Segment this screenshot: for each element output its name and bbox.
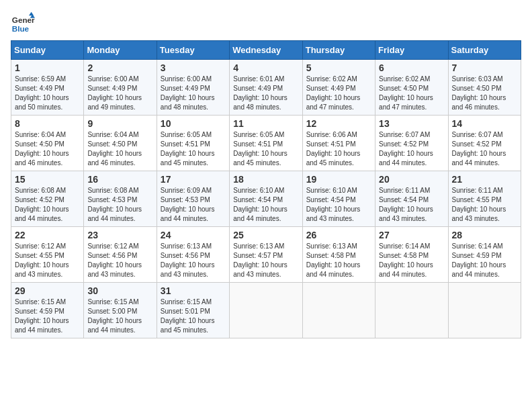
calendar-cell: 20 Sunrise: 6:11 AM Sunset: 4:54 PM Dayl… [375,171,448,227]
day-number: 21 [452,174,517,185]
calendar-cell [375,283,448,338]
day-info: Sunrise: 6:10 AM Sunset: 4:54 PM Dayligh… [233,186,298,224]
day-info: Sunrise: 6:14 AM Sunset: 4:58 PM Dayligh… [379,242,444,279]
day-number: 13 [379,118,444,129]
svg-marker-2 [29,12,34,15]
day-number: 1 [15,62,80,73]
day-number: 17 [161,174,226,185]
day-number: 18 [233,174,298,185]
day-number: 11 [233,118,298,129]
day-number: 9 [87,118,152,129]
day-number: 15 [15,174,80,185]
calendar-cell: 15 Sunrise: 6:08 AM Sunset: 4:52 PM Dayl… [11,171,84,227]
calendar-cell: 26 Sunrise: 6:13 AM Sunset: 4:58 PM Dayl… [302,227,375,283]
calendar-cell: 17 Sunrise: 6:09 AM Sunset: 4:53 PM Dayl… [157,171,229,227]
calendar-cell: 25 Sunrise: 6:13 AM Sunset: 4:57 PM Dayl… [230,227,302,283]
calendar-cell: 16 Sunrise: 6:08 AM Sunset: 4:53 PM Dayl… [84,171,157,227]
day-number: 26 [306,230,371,240]
day-info: Sunrise: 6:05 AM Sunset: 4:51 PM Dayligh… [233,130,298,168]
day-number: 12 [306,118,371,129]
day-number: 5 [306,62,371,73]
day-info: Sunrise: 6:14 AM Sunset: 4:59 PM Dayligh… [452,242,517,279]
page-header: General Blue [11,11,521,35]
day-info: Sunrise: 6:15 AM Sunset: 5:00 PM Dayligh… [87,298,152,335]
day-info: Sunrise: 6:12 AM Sunset: 4:55 PM Dayligh… [15,242,80,279]
calendar-cell: 18 Sunrise: 6:10 AM Sunset: 4:54 PM Dayl… [230,171,302,227]
day-info: Sunrise: 6:04 AM Sunset: 4:50 PM Dayligh… [15,130,80,168]
day-info: Sunrise: 6:12 AM Sunset: 4:56 PM Dayligh… [87,242,152,279]
weekday-header-saturday: Saturday [448,41,521,60]
day-number: 25 [233,230,298,240]
calendar-cell: 3 Sunrise: 6:00 AM Sunset: 4:49 PM Dayli… [157,60,229,116]
calendar-cell: 1 Sunrise: 6:59 AM Sunset: 4:49 PM Dayli… [11,60,84,116]
calendar-cell: 4 Sunrise: 6:01 AM Sunset: 4:49 PM Dayli… [230,60,302,116]
day-number: 20 [379,174,444,185]
day-number: 28 [452,230,517,240]
day-info: Sunrise: 6:04 AM Sunset: 4:50 PM Dayligh… [87,130,152,168]
day-info: Sunrise: 6:59 AM Sunset: 4:49 PM Dayligh… [15,75,80,112]
calendar-cell: 28 Sunrise: 6:14 AM Sunset: 4:59 PM Dayl… [448,227,521,283]
day-info: Sunrise: 6:13 AM Sunset: 4:58 PM Dayligh… [306,242,371,279]
calendar-cell: 8 Sunrise: 6:04 AM Sunset: 4:50 PM Dayli… [11,116,84,171]
calendar-cell: 12 Sunrise: 6:06 AM Sunset: 4:51 PM Dayl… [302,116,375,171]
day-info: Sunrise: 6:01 AM Sunset: 4:49 PM Dayligh… [233,75,298,112]
weekday-header-wednesday: Wednesday [230,41,302,60]
day-number: 6 [379,62,444,73]
day-number: 30 [87,285,152,296]
day-info: Sunrise: 6:11 AM Sunset: 4:55 PM Dayligh… [452,186,517,224]
calendar-cell: 13 Sunrise: 6:07 AM Sunset: 4:52 PM Dayl… [375,116,448,171]
calendar-cell [302,283,375,338]
day-number: 24 [161,230,226,240]
weekday-header-tuesday: Tuesday [157,41,229,60]
day-info: Sunrise: 6:11 AM Sunset: 4:54 PM Dayligh… [379,186,444,224]
day-info: Sunrise: 6:03 AM Sunset: 4:50 PM Dayligh… [452,75,517,112]
logo: General Blue [11,11,35,35]
day-info: Sunrise: 6:08 AM Sunset: 4:53 PM Dayligh… [87,186,152,224]
calendar-cell: 10 Sunrise: 6:05 AM Sunset: 4:51 PM Dayl… [157,116,229,171]
day-info: Sunrise: 6:00 AM Sunset: 4:49 PM Dayligh… [87,75,152,112]
day-info: Sunrise: 6:13 AM Sunset: 4:57 PM Dayligh… [233,242,298,279]
day-number: 4 [233,62,298,73]
day-info: Sunrise: 6:07 AM Sunset: 4:52 PM Dayligh… [452,130,517,168]
day-number: 16 [87,174,152,185]
weekday-header-sunday: Sunday [11,41,84,60]
calendar-cell: 21 Sunrise: 6:11 AM Sunset: 4:55 PM Dayl… [448,171,521,227]
calendar-cell: 27 Sunrise: 6:14 AM Sunset: 4:58 PM Dayl… [375,227,448,283]
day-info: Sunrise: 6:08 AM Sunset: 4:52 PM Dayligh… [15,186,80,224]
day-number: 14 [452,118,517,129]
calendar-cell: 30 Sunrise: 6:15 AM Sunset: 5:00 PM Dayl… [84,283,157,338]
day-number: 19 [306,174,371,185]
weekday-header-thursday: Thursday [302,41,375,60]
calendar-table: SundayMondayTuesdayWednesdayThursdayFrid… [11,40,521,338]
day-info: Sunrise: 6:07 AM Sunset: 4:52 PM Dayligh… [379,130,444,168]
calendar-cell: 29 Sunrise: 6:15 AM Sunset: 4:59 PM Dayl… [11,283,84,338]
calendar-cell: 5 Sunrise: 6:02 AM Sunset: 4:49 PM Dayli… [302,60,375,116]
calendar-cell: 14 Sunrise: 6:07 AM Sunset: 4:52 PM Dayl… [448,116,521,171]
calendar-cell: 31 Sunrise: 6:15 AM Sunset: 5:01 PM Dayl… [157,283,229,338]
calendar-cell [230,283,302,338]
calendar-cell: 22 Sunrise: 6:12 AM Sunset: 4:55 PM Dayl… [11,227,84,283]
day-info: Sunrise: 6:05 AM Sunset: 4:51 PM Dayligh… [161,130,226,168]
calendar-cell: 2 Sunrise: 6:00 AM Sunset: 4:49 PM Dayli… [84,60,157,116]
day-number: 29 [15,285,80,296]
day-number: 27 [379,230,444,240]
logo-icon: General Blue [11,11,35,35]
day-number: 8 [15,118,80,129]
calendar-cell: 19 Sunrise: 6:10 AM Sunset: 4:54 PM Dayl… [302,171,375,227]
day-info: Sunrise: 6:02 AM Sunset: 4:49 PM Dayligh… [306,75,371,112]
calendar-cell: 7 Sunrise: 6:03 AM Sunset: 4:50 PM Dayli… [448,60,521,116]
weekday-header-friday: Friday [375,41,448,60]
day-number: 3 [161,62,226,73]
day-number: 22 [15,230,80,240]
day-number: 23 [87,230,152,240]
weekday-header-monday: Monday [84,41,157,60]
svg-text:Blue: Blue [12,24,30,33]
day-info: Sunrise: 6:15 AM Sunset: 5:01 PM Dayligh… [161,298,226,335]
calendar-cell: 11 Sunrise: 6:05 AM Sunset: 4:51 PM Dayl… [230,116,302,171]
day-info: Sunrise: 6:00 AM Sunset: 4:49 PM Dayligh… [161,75,226,112]
day-number: 10 [161,118,226,129]
day-info: Sunrise: 6:15 AM Sunset: 4:59 PM Dayligh… [15,298,80,335]
day-info: Sunrise: 6:06 AM Sunset: 4:51 PM Dayligh… [306,130,371,168]
day-info: Sunrise: 6:10 AM Sunset: 4:54 PM Dayligh… [306,186,371,224]
calendar-cell: 23 Sunrise: 6:12 AM Sunset: 4:56 PM Dayl… [84,227,157,283]
